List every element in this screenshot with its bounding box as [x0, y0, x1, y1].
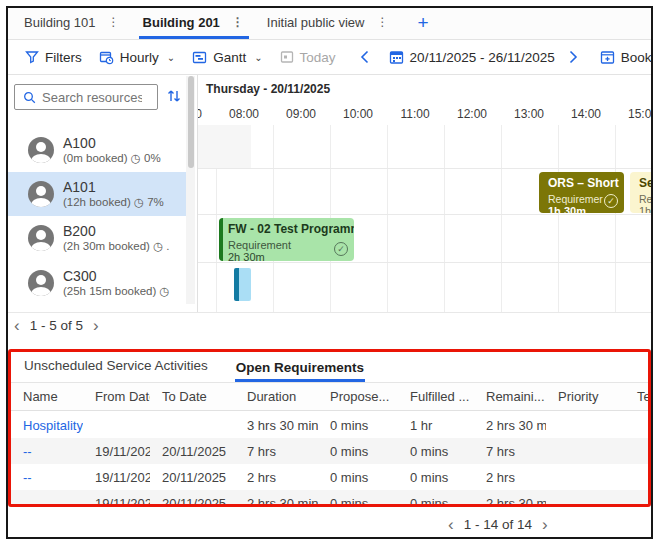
booking-ors-short[interactable]: ORS – Short Requiremer 1h 30m ✓ [539, 172, 624, 213]
resource-booking-summary: (25h 15m booked) ◷ [63, 284, 170, 298]
resource-row-b200[interactable]: B200 (2h 30m booked) ◷ . [8, 216, 186, 260]
section-divider [8, 312, 651, 313]
resource-name: A100 [63, 135, 161, 151]
schedule-toolbar: Filters Hourly ⌄ Gantt ⌄ Today 20/11/ [8, 40, 651, 75]
column-header-territory[interactable]: Ter [625, 389, 648, 404]
gantt-schedule-area[interactable]: Thursday - 20/11/2025 07:00 08:00 09:00 … [197, 75, 651, 312]
chevron-left-icon [360, 50, 369, 64]
kebab-menu-icon[interactable]: ⋮ [108, 15, 121, 29]
filters-button[interactable]: Filters [25, 50, 82, 65]
tab-open-requirements[interactable]: Open Requirements [235, 360, 365, 382]
hour-label: 13:00 [509, 107, 549, 121]
column-header-fulfilled[interactable]: Fulfilled ... [398, 389, 474, 404]
date-range-picker[interactable]: 20/11/2025 - 26/11/2025 [389, 50, 555, 65]
booking-session[interactable]: Sessi Requ 1h [630, 172, 651, 213]
table-row[interactable]: -- 19/11/2025 20/11/2025 2 hrs 30 mins 0… [11, 490, 648, 507]
resource-name: A101 [63, 179, 164, 195]
column-header-from-date[interactable]: From Date [83, 389, 150, 404]
resource-row-a100[interactable]: A100 (0m booked) ◷ 0% [8, 128, 186, 172]
hour-gridline [387, 125, 388, 312]
cell-to-date: 20/11/2025 [150, 470, 235, 485]
cell-fulfilled: 0 mins [398, 444, 474, 459]
hourly-view-dropdown[interactable]: Hourly ⌄ [99, 50, 175, 65]
booking-fw-02-test-programm[interactable]: FW - 02 Test Programm Requirement 2h 30m… [219, 218, 354, 261]
kebab-menu-icon[interactable]: ⋮ [376, 15, 389, 29]
hour-gridline [558, 125, 559, 312]
calendar-icon [389, 50, 404, 65]
calendar-clock-icon [99, 50, 114, 65]
cell-remaining: 2 hrs 30 mins [474, 418, 546, 433]
cell-fulfilled: 0 mins [398, 496, 474, 508]
filters-label: Filters [45, 50, 82, 65]
search-resources-input[interactable] [42, 90, 142, 105]
page-previous-button[interactable]: ‹ [14, 319, 20, 333]
hour-label: 12:00 [452, 107, 492, 121]
cell-duration: 7 hrs [235, 444, 318, 459]
book-label: Book [621, 50, 652, 65]
table-row[interactable]: -- 19/11/2025 20/11/2025 7 hrs 0 mins 0 … [11, 438, 648, 464]
page-range-label: 1 - 5 of 5 [30, 318, 83, 333]
hour-label: 09:00 [281, 107, 321, 121]
cell-duration: 3 hrs 30 mins [235, 418, 318, 433]
filter-icon [25, 50, 39, 64]
sort-resources-button[interactable] [166, 87, 182, 109]
kebab-menu-icon[interactable]: ⋮ [232, 15, 245, 29]
booking-duration: 2h 30m [228, 251, 348, 261]
cell-fulfilled: 0 mins [398, 470, 474, 485]
page-range-label: 1 - 14 of 14 [464, 517, 532, 532]
chevron-down-icon: ⌄ [254, 52, 262, 63]
cell-duration: 2 hrs 30 mins [235, 496, 318, 508]
column-header-priority[interactable]: Priority [546, 389, 625, 404]
hourly-label: Hourly [120, 50, 159, 65]
cell-name[interactable]: Hospitality W [11, 418, 83, 433]
column-header-name[interactable]: Name [11, 389, 83, 404]
cell-proposed: 0 mins [318, 418, 398, 433]
column-header-duration[interactable]: Duration [235, 389, 318, 404]
table-row[interactable]: Hospitality W 3 hrs 30 mins 0 mins 1 hr … [11, 412, 648, 438]
resource-search-box[interactable] [14, 84, 158, 110]
row-divider [198, 168, 651, 169]
booking-small-blue[interactable] [234, 268, 251, 301]
cell-proposed: 0 mins [318, 496, 398, 508]
hour-label: 10:00 [338, 107, 378, 121]
cell-name[interactable]: -- [11, 496, 83, 508]
schedule-board-screenshot: Building 101 ⋮ Building 201 ⋮ Initial pu… [0, 0, 661, 545]
booking-duration: 1h [639, 205, 651, 213]
scrollbar-thumb[interactable] [188, 76, 194, 168]
cell-name[interactable]: -- [11, 444, 83, 459]
today-button[interactable]: Today [280, 50, 336, 65]
next-period-button[interactable] [569, 50, 578, 64]
column-header-remaining[interactable]: Remaini... [474, 389, 546, 404]
book-button[interactable]: Book [600, 50, 652, 65]
cell-from-date: 19/11/2025 [83, 470, 150, 485]
annotation-red-rectangle: Unscheduled Service Activities Open Requ… [8, 349, 651, 507]
cell-duration: 2 hrs [235, 470, 318, 485]
gantt-view-dropdown[interactable]: Gantt ⌄ [192, 50, 262, 65]
table-row[interactable]: -- 19/11/2025 20/11/2025 2 hrs 0 mins 0 … [11, 464, 648, 490]
tab-unscheduled-service-activities[interactable]: Unscheduled Service Activities [23, 358, 209, 382]
check-circle-icon: ✓ [334, 242, 348, 256]
cell-name[interactable]: -- [11, 470, 83, 485]
booking-title: Sessi [639, 176, 651, 190]
column-header-proposed[interactable]: Propose... [318, 389, 398, 404]
resource-list-scrollbar[interactable] [186, 76, 195, 304]
board-tab-building-101[interactable]: Building 101 ⋮ [20, 8, 125, 39]
board-tab-initial-public-view[interactable]: Initial public view ⋮ [263, 8, 394, 39]
resource-name: B200 [63, 223, 170, 239]
column-header-to-date[interactable]: To Date [150, 389, 235, 404]
cell-to-date: 20/11/2025 [150, 444, 235, 459]
cell-from-date: 19/11/2025 [83, 444, 150, 459]
page-previous-button[interactable]: ‹ [448, 518, 454, 532]
booking-title: ORS – Short [548, 176, 618, 190]
resource-row-c300[interactable]: C300 (25h 15m booked) ◷ [8, 260, 186, 306]
page-next-button[interactable]: › [93, 319, 99, 333]
non-working-hours-cell [198, 125, 251, 168]
board-tab-building-201[interactable]: Building 201 ⋮ [139, 8, 249, 39]
previous-period-button[interactable] [360, 50, 369, 64]
cell-remaining: 2 hrs [474, 470, 546, 485]
add-board-tab-button[interactable]: + [417, 12, 428, 34]
page-next-button[interactable]: › [542, 518, 548, 532]
resource-row-a101[interactable]: A101 (12h booked) ◷ 7% [8, 172, 186, 216]
gantt-label: Gantt [213, 50, 246, 65]
booking-type: Requ [639, 193, 651, 205]
